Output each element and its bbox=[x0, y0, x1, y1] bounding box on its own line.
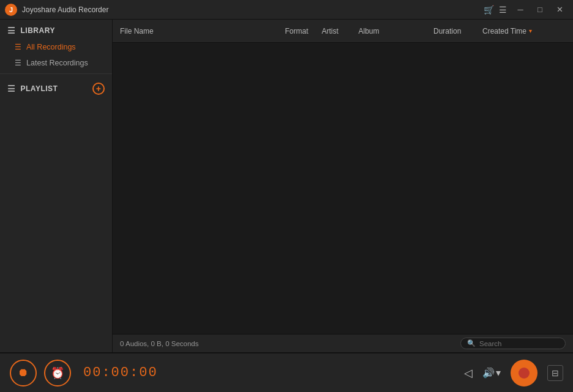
all-recordings-label: All Recordings bbox=[26, 43, 76, 51]
status-bar: 0 Audios, 0 B, 0 Seconds 🔍 bbox=[113, 334, 573, 352]
alarm-icon: ⏰ bbox=[51, 366, 64, 380]
library-label: LIBRARY bbox=[21, 26, 55, 35]
alarm-button[interactable]: ⏰ bbox=[44, 360, 71, 386]
maximize-button[interactable]: □ bbox=[531, 3, 549, 17]
record-dot-icon bbox=[519, 368, 530, 379]
playlist-label: PLAYLIST bbox=[21, 84, 58, 93]
latest-recordings-icon: ☰ bbox=[15, 59, 21, 67]
sidebar: ☰ LIBRARY ☰ All Recordings ☰ Latest Reco… bbox=[0, 20, 113, 352]
app-title: Joyoshare Audio Recorder bbox=[22, 6, 484, 14]
close-button[interactable]: ✕ bbox=[551, 3, 568, 17]
col-filename-header: File Name bbox=[118, 27, 285, 35]
col-created-time-header[interactable]: Created Time ▾ bbox=[482, 27, 568, 35]
col-format-header: Format bbox=[285, 27, 322, 35]
player-bar: ⏺ ⏰ 00:00:00 ◁ 🔊 ▾ ⊟ bbox=[0, 352, 573, 392]
time-display: 00:00:00 bbox=[78, 365, 457, 380]
status-info: 0 Audios, 0 B, 0 Seconds bbox=[120, 340, 460, 347]
sidebar-item-latest-recordings[interactable]: ☰ Latest Recordings bbox=[0, 55, 112, 71]
playlist-section-header: ☰ PLAYLIST + bbox=[0, 76, 112, 98]
split-icon: ⊟ bbox=[552, 368, 559, 378]
cart-icon[interactable]: 🛒 bbox=[484, 5, 494, 15]
titlebar: J Joyoshare Audio Recorder 🛒 ☰ ─ □ ✕ bbox=[0, 0, 573, 20]
search-input[interactable] bbox=[479, 340, 559, 347]
playlist-hamburger-icon: ☰ bbox=[7, 84, 16, 94]
app-icon: J bbox=[5, 4, 17, 16]
split-button[interactable]: ⊟ bbox=[547, 365, 563, 381]
main-area: ☰ LIBRARY ☰ All Recordings ☰ Latest Reco… bbox=[0, 20, 573, 352]
rewind-button[interactable]: ◁ bbox=[464, 366, 473, 380]
sidebar-divider bbox=[0, 73, 112, 74]
table-header: File Name Format Artist Album Duration C… bbox=[113, 20, 573, 43]
col-artist-header: Artist bbox=[322, 27, 359, 35]
add-playlist-button[interactable]: + bbox=[92, 83, 105, 95]
search-box: 🔍 bbox=[460, 338, 566, 349]
volume-arrow-icon: ▾ bbox=[496, 367, 501, 379]
library-section-header: ☰ LIBRARY bbox=[0, 20, 112, 39]
col-album-header: Album bbox=[359, 27, 434, 35]
player-controls-right: ◁ 🔊 ▾ ⊟ bbox=[464, 360, 563, 386]
record-button[interactable] bbox=[511, 360, 537, 386]
sort-arrow-icon: ▾ bbox=[529, 28, 532, 34]
library-hamburger-icon: ☰ bbox=[7, 26, 16, 35]
playback-mode-button[interactable]: ⏺ bbox=[10, 360, 37, 386]
volume-button[interactable]: 🔊 ▾ bbox=[482, 367, 501, 379]
rewind-icon: ◁ bbox=[464, 366, 473, 380]
latest-recordings-label: Latest Recordings bbox=[26, 59, 88, 67]
playback-mode-icon: ⏺ bbox=[18, 366, 29, 379]
sidebar-item-all-recordings[interactable]: ☰ All Recordings bbox=[0, 39, 112, 55]
all-recordings-icon: ☰ bbox=[15, 43, 21, 51]
titlebar-menu-icon[interactable]: ☰ bbox=[499, 5, 507, 15]
volume-icon: 🔊 bbox=[482, 367, 495, 379]
minimize-button[interactable]: ─ bbox=[512, 3, 529, 17]
search-icon: 🔍 bbox=[467, 339, 476, 347]
content-area: File Name Format Artist Album Duration C… bbox=[113, 20, 573, 352]
col-duration-header: Duration bbox=[433, 27, 482, 35]
window-controls: ─ □ ✕ bbox=[512, 3, 568, 17]
table-body bbox=[113, 43, 573, 334]
